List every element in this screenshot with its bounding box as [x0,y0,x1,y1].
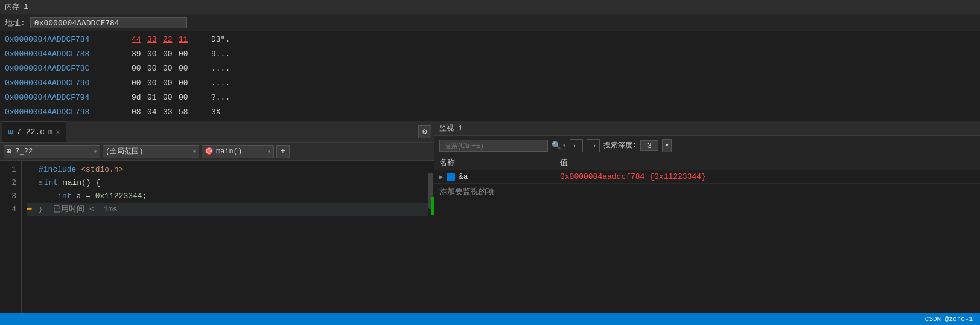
settings-btn[interactable]: ⚙ [418,125,431,138]
line-number: 1 [2,163,16,176]
mem-byte: 39 [132,48,144,61]
line-numbers: 1234 [0,161,22,313]
scope-dropdown[interactable]: (全局范围) ▾ [103,145,199,158]
mem-byte: 08 [132,106,144,119]
mem-address: 0x0000004AADDCF798 [5,106,132,119]
mem-byte: 33 [147,33,159,47]
mem-byte: 00 [179,77,191,90]
depth-dropdown-btn[interactable]: ▾ [662,139,672,152]
mem-address: 0x0000004AADDCF790 [5,77,132,90]
memory-row: 0x0000004AADDCF798080433583X [0,105,980,120]
memory-address-bar: 地址: [0,14,980,31]
nav-back-btn[interactable]: ← [570,139,583,152]
watch-panel: 监视 1 🔍 ▾ ← → 搜索深度: ▾ 名称 值 ▶&a0x0000004aa… [434,121,980,313]
watch-header: 名称 值 [434,155,980,170]
dropdown-arrow-scope: ▾ [192,148,196,155]
code-text: int a = 0x11223344; [39,190,147,203]
add-item-btn[interactable]: + [276,145,290,158]
bottom-area: ⊞ 7_22.c ⊞ ✕ ⚙ ⊞ 7_22 ▾ (全局范围) ▾ 🎯 main(… [0,121,980,313]
memory-row: 0x0000004AADDCF7949d010000?... [0,91,980,105]
mem-address: 0x0000004AADDCF78C [5,62,132,76]
dropdown-arrow-func: ▾ [267,148,271,155]
watch-name-cell: ▶&a [439,172,560,181]
search-box [439,140,548,152]
memory-rows: 0x0000004AADDCF78444332211D3".0x0000004A… [0,31,980,121]
address-input[interactable] [30,17,187,28]
line-number: 2 [2,176,16,190]
mem-ascii: .... [211,77,230,90]
cube-icon [447,173,455,181]
mem-ascii: 3X [211,106,221,119]
mem-byte: 00 [179,62,191,76]
code-editor: 1234 #include <stdio.h>⊟int main() { int… [0,161,434,313]
mem-byte: 00 [163,62,175,76]
mem-byte: 00 [132,77,144,90]
mem-byte: 01 [147,91,159,105]
func-icon: 🎯 [205,147,214,156]
mem-ascii: D3". [211,33,230,47]
memory-row: 0x0000004AADDCF78444332211D3". [0,33,980,47]
editor-scrollbar[interactable] [428,161,434,313]
line-number: 4 [2,203,16,216]
code-line: ➡} 已用时间 <= 1ms [27,203,428,216]
memory-row: 0x0000004AADDCF79000000000.... [0,76,980,91]
tab-toolbar-right: ⚙ [418,125,431,138]
func-dropdown-label: main() [216,147,242,156]
tab-pin-icon: ⊞ [8,127,13,137]
depth-input[interactable] [640,140,658,151]
search-icon-btn[interactable]: 🔍 ▾ [552,141,566,150]
tab-pin-btn[interactable]: ⊞ [48,128,52,136]
search-input[interactable] [444,141,522,150]
mem-address: 0x0000004AADDCF784 [5,33,132,47]
dropdown-arrow-file: ▾ [94,148,97,155]
code-line: #include <stdio.h> [27,163,428,176]
code-toolbar: ⊞ 7_22 ▾ (全局范围) ▾ 🎯 main() ▾ + [0,143,434,161]
func-dropdown[interactable]: 🎯 main() ▾ [202,145,274,158]
mem-byte: 33 [163,106,175,119]
code-text: int main() { [44,176,101,190]
status-text: CSDN @zoro-1 [925,315,973,323]
memory-row: 0x0000004AADDCF78C00000000.... [0,62,980,76]
watch-add-row[interactable]: 添加要监视的项 [434,184,980,199]
watch-col-value: 值 [560,157,975,168]
code-text: 已用时间 <= 1ms [44,203,118,216]
mem-byte: 00 [179,48,191,61]
memory-panel: 内存 1 地址: 0x0000004AADDCF78444332211D3".0… [0,0,980,121]
depth-label: 搜索深度: [603,140,637,150]
search-dropdown-arrow[interactable]: ▾ [562,142,566,149]
tab-close-btn[interactable]: ✕ [56,128,60,136]
mem-address: 0x0000004AADDCF794 [5,91,132,105]
watch-col-name: 名称 [439,157,560,168]
mem-byte: 04 [147,106,159,119]
watch-row: ▶&a0x0000004aaddcf784 {0x11223344} [434,170,980,184]
mem-byte: 9d [132,91,144,105]
memory-title: 内存 1 [5,3,28,11]
mem-ascii: 9... [211,48,230,61]
line-number: 3 [2,190,16,203]
fold-icon[interactable]: } [39,203,43,216]
memory-title-bar: 内存 1 [0,0,980,14]
mem-ascii: ?... [211,91,230,105]
mem-byte: 00 [147,48,159,61]
mem-byte: 00 [163,91,175,105]
mem-byte: 22 [163,33,175,47]
file-dropdown[interactable]: ⊞ 7_22 ▾ [4,145,100,158]
memory-row: 0x0000004AADDCF788390000009... [0,47,980,62]
watch-table: 名称 值 ▶&a0x0000004aaddcf784 {0x11223344} … [434,155,980,313]
code-tab[interactable]: ⊞ 7_22.c ⊞ ✕ [2,121,66,142]
watch-title: 监视 1 [439,124,462,133]
nav-forward-btn[interactable]: → [587,139,600,152]
code-line: int a = 0x11223344; [27,190,428,203]
expand-icon[interactable]: ▶ [439,173,443,181]
watch-rows: ▶&a0x0000004aaddcf784 {0x11223344} [434,170,980,184]
mem-byte: 00 [163,48,175,61]
mem-byte: 00 [163,77,175,90]
current-line-arrow: ➡ [27,203,33,216]
file-dropdown-label: ⊞ 7_22 [7,147,33,156]
mem-byte: 00 [147,62,159,76]
status-bar: CSDN @zoro-1 [0,313,980,325]
code-content[interactable]: #include <stdio.h>⊟int main() { int a = … [22,161,428,313]
mem-address: 0x0000004AADDCF788 [5,48,132,61]
fold-icon[interactable]: ⊟ [39,176,43,190]
mem-byte: 44 [132,33,144,47]
